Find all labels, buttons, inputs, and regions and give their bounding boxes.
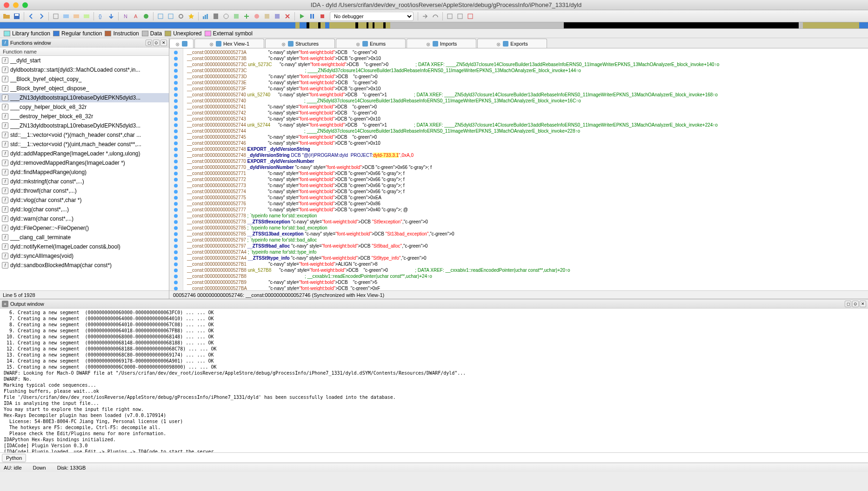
function-row[interactable]: fdyld::vlog(char const*,char *) xyxy=(0,195,169,205)
tool-icon[interactable] xyxy=(61,12,71,21)
panel-restore-icon[interactable]: ◻ xyxy=(146,40,152,46)
svg-rect-5 xyxy=(84,14,89,18)
function-name: dyld::FileOpener::~FileOpener() xyxy=(10,225,89,231)
tool-icon[interactable] xyxy=(156,12,165,21)
close-window-button[interactable] xyxy=(4,2,9,8)
functions-column-header[interactable]: Function name xyxy=(0,47,169,56)
tool-icon[interactable] xyxy=(273,12,282,21)
function-row[interactable]: fdyld::FileOpener::~FileOpener() xyxy=(0,223,169,233)
tab-close-icon[interactable]: ⊗ xyxy=(175,41,180,46)
debugger-select[interactable]: No debugger xyxy=(330,12,414,21)
tool-icon[interactable] xyxy=(252,12,261,21)
function-row[interactable]: fdyldbootstrap::start(dyld3::MachOLoaded… xyxy=(0,65,169,74)
function-row[interactable]: fdyld::warn(char const*,...) xyxy=(0,214,169,223)
function-name: dyld::vlog(char const*,char *) xyxy=(10,197,81,203)
tool-icon[interactable] xyxy=(455,12,465,21)
step-over-icon[interactable] xyxy=(431,12,440,21)
panel-close-icon[interactable]: ✕ xyxy=(860,301,866,307)
chart-icon[interactable] xyxy=(201,12,210,21)
svg-rect-21 xyxy=(275,14,280,19)
function-icon: f xyxy=(2,206,8,213)
view-tab[interactable]: ⊗Structures xyxy=(265,39,335,48)
forward-icon[interactable] xyxy=(37,12,46,21)
tool-icon[interactable] xyxy=(466,12,475,21)
back-icon[interactable] xyxy=(27,12,36,21)
down-icon[interactable] xyxy=(107,12,116,21)
function-icon: f xyxy=(2,76,8,82)
close-icon[interactable] xyxy=(283,12,292,21)
rename-icon[interactable]: N xyxy=(121,12,130,21)
output-log[interactable]: 6. Creating a new segment (0000000000060… xyxy=(0,309,868,452)
function-row[interactable]: fdyld::syncAllImages(void) xyxy=(0,251,169,261)
view-tab[interactable]: ⊗Exports xyxy=(477,39,547,48)
function-row[interactable]: f___ZN13dyldbootstrapL10rebaseDyldEPKN5d… xyxy=(0,121,169,130)
function-row[interactable]: f___destroy_helper_block_e8_32r xyxy=(0,112,169,121)
svg-point-17 xyxy=(224,14,228,19)
code-icon[interactable]: {} xyxy=(96,12,106,21)
function-row[interactable]: fdyld::log(char const*,...) xyxy=(0,205,169,214)
run-icon[interactable] xyxy=(297,12,307,21)
pause-icon[interactable] xyxy=(307,12,317,21)
legend-item: Library function xyxy=(4,30,50,37)
function-row[interactable]: fdyld::sandboxBlockedMmap(char const*) xyxy=(0,261,169,270)
tool-icon[interactable] xyxy=(166,12,175,21)
save-icon[interactable] xyxy=(12,12,21,21)
tab-close-icon[interactable]: ⊗ xyxy=(281,41,286,46)
function-name: dyld::sandboxBlockedMmap(char const*) xyxy=(10,262,112,269)
view-tab[interactable]: ⊗ xyxy=(169,39,194,48)
svg-rect-16 xyxy=(214,13,218,19)
function-row[interactable]: fdyld::mkstringf(char const*,...) xyxy=(0,177,169,186)
panel-restore-icon[interactable]: ◻ xyxy=(845,301,851,307)
panel-menu-icon[interactable]: ⊙ xyxy=(852,301,859,307)
step-icon[interactable] xyxy=(421,12,430,21)
tool-icon[interactable] xyxy=(72,12,81,21)
open-file-icon[interactable] xyxy=(2,12,11,21)
tab-close-icon[interactable]: ⊗ xyxy=(426,41,431,46)
navigation-overview[interactable] xyxy=(0,22,868,29)
function-row[interactable]: f___clang_call_terminate xyxy=(0,233,169,242)
output-prompt[interactable]: Python xyxy=(0,452,868,463)
function-row[interactable]: fdyld::addMappedRange(ImageLoader *,ulon… xyxy=(0,149,169,158)
functions-list[interactable]: f__dyld_startfdyldbootstrap::start(dyld3… xyxy=(0,56,169,290)
maximize-window-button[interactable] xyxy=(22,2,28,8)
tool-icon[interactable] xyxy=(232,12,241,21)
minimize-window-button[interactable] xyxy=(13,2,19,8)
tool-icon[interactable] xyxy=(262,12,272,21)
function-row[interactable]: fdyld::notifyKernel(ImageLoader const&,b… xyxy=(0,242,169,251)
tool-icon[interactable] xyxy=(82,12,91,21)
tool-icon[interactable] xyxy=(51,12,60,21)
function-row[interactable]: f___copy_helper_block_e8_32r xyxy=(0,102,169,112)
function-row[interactable]: f___ZN13dyldbootstrapL10rebaseDyldEPKN5d… xyxy=(0,93,169,102)
function-row[interactable]: fdyld::findMappedRange(ulong) xyxy=(0,168,169,177)
calc-icon[interactable] xyxy=(211,12,220,21)
stop-icon[interactable] xyxy=(318,12,327,21)
flag-icon[interactable] xyxy=(141,12,151,21)
view-tab[interactable]: ⊗Enums xyxy=(336,39,406,48)
view-tab[interactable]: ⊗Hex View-1 xyxy=(194,39,264,48)
python-prompt-label[interactable]: Python xyxy=(2,454,26,462)
legend-item: External symbol xyxy=(205,30,253,37)
function-row[interactable]: f__dyld_start xyxy=(0,56,169,65)
panel-close-icon[interactable]: ✕ xyxy=(160,40,167,46)
function-name: dyld::warn(char const*,...) xyxy=(10,215,73,222)
plus-icon[interactable] xyxy=(242,12,251,21)
disassembly-panel: ⊗⊗Hex View-1⊗Structures⊗Enums⊗Imports⊗Ex… xyxy=(169,38,868,299)
disassembly-view[interactable]: __const:000000000005273A "c-navy" style=… xyxy=(169,48,868,290)
tab-close-icon[interactable]: ⊗ xyxy=(356,41,361,46)
view-tab[interactable]: ⊗Imports xyxy=(407,39,476,48)
tool-icon[interactable] xyxy=(221,12,231,21)
text-icon[interactable]: A xyxy=(131,12,140,21)
function-row[interactable]: fstd::__1::vector<void (*)(uint,mach_hea… xyxy=(0,140,169,149)
function-row[interactable]: f__Block_byref_object_dispose_ xyxy=(0,84,169,93)
gear-icon[interactable] xyxy=(176,12,186,21)
panel-menu-icon[interactable]: ⊙ xyxy=(153,40,160,46)
tab-close-icon[interactable]: ⊗ xyxy=(496,41,501,46)
tool-icon[interactable] xyxy=(445,12,454,21)
tab-close-icon[interactable]: ⊗ xyxy=(209,41,214,46)
star-icon[interactable] xyxy=(187,12,196,21)
function-row[interactable]: fstd::__1::vector<void (*)(mach_header c… xyxy=(0,130,169,140)
function-row[interactable]: fdyld::removedMappedRanges(ImageLoader *… xyxy=(0,158,169,168)
function-row[interactable]: f__Block_byref_object_copy_ xyxy=(0,74,169,84)
tab-icon xyxy=(182,41,187,47)
function-row[interactable]: fdyld::throwf(char const*,...) xyxy=(0,186,169,195)
